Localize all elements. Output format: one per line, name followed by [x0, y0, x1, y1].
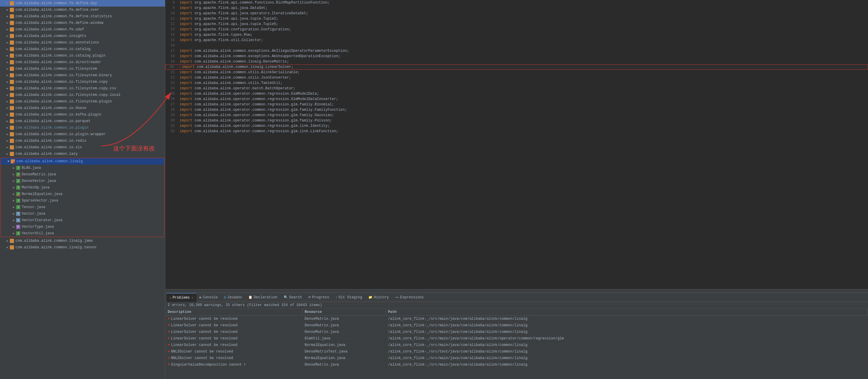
- line-content: import org.apache.flink.api.java.tuple.T…: [180, 17, 278, 21]
- tree-item-linalg[interactable]: ▼ com.alibaba.alink.common.linalg: [1, 158, 164, 165]
- table-row[interactable]: ✖NNLSSolver cannot be resolved DenseMatr…: [165, 348, 868, 355]
- expand-arrow: ▶: [11, 212, 16, 216]
- error-row-icon: ✖: [168, 343, 170, 347]
- package-icon: [9, 119, 14, 124]
- java-file-icon: J: [16, 165, 21, 170]
- tree-item-sparsevector[interactable]: ▶ J SparseVector.java: [1, 197, 164, 204]
- table-row[interactable]: ✖LinearSolver cannot be resolved DenseMa…: [165, 329, 868, 335]
- package-icon: [9, 106, 14, 110]
- collapse-arrow: ▶: [5, 27, 9, 32]
- tree-item-label: com.alibaba.alink.common.io.annotations: [16, 40, 99, 45]
- file-label: VectorUtil.java: [22, 231, 54, 235]
- tree-item-io-xls[interactable]: ▶ com.alibaba.alink.common.io.xls: [0, 144, 165, 151]
- td-resource: NormalEquation.java: [302, 342, 385, 348]
- tab-git-staging[interactable]: ↑ Git Staging: [332, 293, 365, 302]
- tab-progress[interactable]: ⟳ Progress: [305, 293, 333, 302]
- tree-item-normalequation[interactable]: ▶ J NormalEquation.java: [1, 191, 164, 197]
- tree-item-linalg-jama[interactable]: ▶ com.alibaba.alink.common.linalg.jama: [0, 238, 165, 244]
- package-icon: [9, 145, 14, 150]
- code-line-15: 15 import org.apache.flink.util.Collecto…: [165, 37, 868, 43]
- tree-item-insights[interactable]: ▶ com.alibaba.alink.common.insights: [0, 33, 165, 39]
- collapse-arrow: ▶: [5, 8, 9, 12]
- package-icon-linalg: [10, 159, 15, 164]
- td-resource: DenseMatrix.java: [302, 361, 385, 368]
- tree-item-io-filesystem-plugin[interactable]: ▶ com.alibaba.alink.common.io.filesystem…: [0, 98, 165, 105]
- td-description: ✖NNLSSolver cannot be resolved: [165, 348, 302, 355]
- tree-item-io-hbase[interactable]: ▶ com.alibaba.alink.common.io.hbase: [0, 105, 165, 112]
- table-row[interactable]: ✖NNLSSolver cannot be resolved NormalEqu…: [165, 355, 868, 361]
- tree-item-io-plugin-wrapper[interactable]: ▶ com.alibaba.alink.common.io.plugin.wra…: [0, 131, 165, 137]
- tree-item-io-plugin[interactable]: ▶ com.alibaba.alink.common.io.plugin: [0, 124, 165, 131]
- package-icon: [9, 27, 14, 32]
- tree-item-tensor[interactable]: ▶ J Tensor.java: [1, 204, 164, 211]
- tree-item-fe-define-over[interactable]: ▶ com.alibaba.alink.common.fe.define.ove…: [0, 6, 165, 13]
- tree-item-io-filesystem-copy-csv[interactable]: ▶ com.alibaba.alink.common.io.filesystem…: [0, 85, 165, 92]
- table-row[interactable]: ✖LinearSolver cannot be resolved DenseMa…: [165, 316, 868, 322]
- tree-item-linalg-tensor[interactable]: ▶ com.alibaba.alink.common.linalg.tensor: [0, 244, 165, 251]
- line-number: 10: [168, 11, 180, 15]
- java-file-icon3: J: [16, 231, 21, 236]
- tree-item-blas[interactable]: ▶ J BLAS.java: [1, 165, 164, 171]
- tree-item-vectoriterator[interactable]: ▶ I VectorIterator.java: [1, 217, 164, 224]
- table-row[interactable]: ✖SingularValueDecomposition cannot r Den…: [165, 361, 868, 368]
- table-row[interactable]: ✖LinearSolver cannot be resolved NormalE…: [165, 342, 868, 348]
- table-row[interactable]: ✖LinearSolver cannot be resolved GlmUtil…: [165, 335, 868, 342]
- tab-javadoc[interactable]: @ Javadoc: [221, 293, 245, 302]
- line-number: 21: [168, 70, 180, 74]
- tree-item-label: com.alibaba.alink.common.io.xls: [16, 145, 82, 150]
- expand-arrow: ▶: [11, 186, 16, 190]
- tab-console[interactable]: ▶ Console: [196, 293, 221, 302]
- package-icon: [9, 14, 14, 19]
- tree-item-vectortype[interactable]: ▶ E VectorType.java: [1, 224, 164, 230]
- tree-item-io-catalog-plugin[interactable]: ▶ com.alibaba.alink.common.io.catalog.pl…: [0, 53, 165, 59]
- tree-item-io-annotations[interactable]: ▶ com.alibaba.alink.common.io.annotation…: [0, 39, 165, 46]
- tab-history[interactable]: 📁 History: [365, 293, 392, 302]
- java-file-error-icon2: J: [16, 192, 21, 196]
- tree-item-vectorutil[interactable]: ▶ J VectorUtil.java: [1, 230, 164, 237]
- java-file-error-icon: J: [16, 172, 21, 177]
- tree-item-io-parquet[interactable]: ▶ com.alibaba.alink.common.io.parquet: [0, 118, 165, 124]
- tree-item-io-lazy[interactable]: ▶ com.alibaba.alink.common.lazy: [0, 151, 165, 157]
- tree-item-densematrix[interactable]: ▶ J DenseMatrix.java: [1, 171, 164, 178]
- tree-item-io-filesystem-copy[interactable]: ▶ com.alibaba.alink.common.io.filesystem…: [0, 78, 165, 85]
- code-line-25: 25 import com.alibaba.alink.operator.com…: [165, 91, 868, 96]
- line-number: 20: [167, 65, 179, 69]
- tree-item-fe-define-day[interactable]: ▶ com.alibaba.alink.common.fe.define.day: [0, 0, 165, 6]
- tree-item-io-directreader[interactable]: ▶ com.alibaba.alink.common.io.directread…: [0, 59, 165, 65]
- tab-javadoc-label: Javadoc: [227, 295, 242, 299]
- tree-item-io-filesystem-binary[interactable]: ▶ com.alibaba.alink.common.io.filesystem…: [0, 72, 165, 78]
- table-row[interactable]: ✖LinearSolver cannot be resolved DenseMa…: [165, 322, 868, 329]
- tab-declaration[interactable]: 📋 Declaration: [245, 293, 280, 302]
- tree-item-label: com.alibaba.alink.common.fe.define.windo…: [16, 21, 103, 25]
- collapse-arrow: ▶: [5, 93, 9, 97]
- tree-item-fe-define-window[interactable]: ▶ com.alibaba.alink.common.fe.define.win…: [0, 20, 165, 26]
- tree-item-densevector[interactable]: ▶ J DenseVector.java: [1, 178, 164, 184]
- code-scroll[interactable]: 8 import org.apache.flink.api.common.fun…: [165, 0, 868, 289]
- tree-item-io-redis[interactable]: ▶ com.alibaba.alink.common.io.redis: [0, 137, 165, 144]
- console-tab-icon: ▶: [199, 295, 202, 299]
- tab-git-staging-label: Git Staging: [339, 295, 362, 299]
- file-label: SparseVector.java: [22, 198, 58, 203]
- tree-item-io-kafka-plugin[interactable]: ▶ com.alibaba.alink.common.io.kafka.plug…: [0, 112, 165, 118]
- line-number: 28: [168, 108, 180, 112]
- problems-table[interactable]: Description Resource Path ✖LinearSolver …: [165, 309, 868, 379]
- horizontal-scrollbar[interactable]: [165, 289, 868, 293]
- line-content: import org.apache.flink.configuration.Co…: [180, 27, 291, 32]
- tree-item-matvecop[interactable]: ▶ J MatVecOp.java: [1, 184, 164, 191]
- tree-item-fe-define-statistics[interactable]: ▶ com.alibaba.alink.common.fe.define.sta…: [0, 13, 165, 20]
- tab-expressions[interactable]: •• Expressions: [392, 293, 427, 302]
- line-number: 25: [168, 92, 180, 96]
- tab-problems[interactable]: ⚠ Problems ✕: [166, 293, 196, 302]
- line-content: import com.alibaba.alink.common.utils.Ta…: [180, 81, 283, 85]
- tab-close-icon[interactable]: ✕: [191, 296, 193, 299]
- tab-search[interactable]: 🔍 Search: [281, 293, 305, 302]
- tree-item-io-filesystem-copy-local[interactable]: ▶ com.alibaba.alink.common.io.filesystem…: [0, 92, 165, 98]
- tree-item-fe-udaf[interactable]: ▶ com.alibaba.alink.common.fe.udaf: [0, 26, 165, 33]
- code-line-10: 10 import org.apache.flink.api.java.oper…: [165, 11, 868, 16]
- tree-item-io-filesystem[interactable]: ▶ com.alibaba.alink.common.io.filesystem: [0, 65, 165, 72]
- line-number: 22: [168, 75, 180, 80]
- tree-item-io-catalog[interactable]: ▶ com.alibaba.alink.common.io.catalog: [0, 46, 165, 53]
- collapse-arrow: ▶: [5, 139, 9, 143]
- line-number: 24: [168, 86, 180, 91]
- tree-item-vector[interactable]: ▶ I Vector.java: [1, 211, 164, 217]
